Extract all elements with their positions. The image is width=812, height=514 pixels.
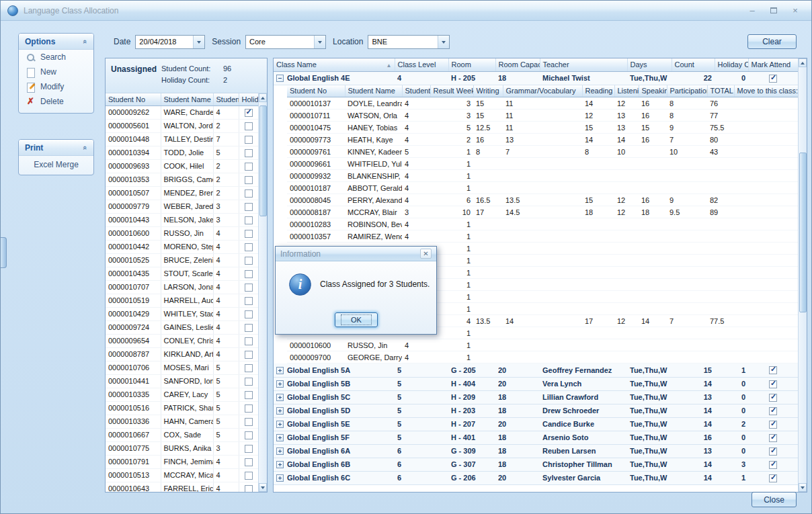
- mark-attend-checkbox[interactable]: [769, 434, 777, 442]
- expand-icon[interactable]: [276, 434, 284, 441]
- holiday-checkbox[interactable]: [245, 391, 253, 399]
- unassigned-row[interactable]: 0000010516PATRICK, Shar5: [106, 401, 258, 415]
- sidebar-collapse-handle[interactable]: [1, 237, 7, 268]
- holiday-checkbox[interactable]: [245, 109, 253, 117]
- unassigned-row[interactable]: 0000010707LARSON, Jonal4: [106, 280, 258, 294]
- holiday-checkbox[interactable]: [245, 404, 253, 413]
- holiday-checkbox[interactable]: [245, 284, 253, 292]
- column-header[interactable]: Student No: [106, 93, 161, 105]
- column-header[interactable]: Class Level: [395, 58, 448, 71]
- classes-scrollbar[interactable]: [798, 58, 807, 492]
- class-row[interactable]: Global English 6A6G - 30918Reuben Larsen…: [274, 444, 798, 458]
- unassigned-row[interactable]: 0000010442MORENO, Step4: [106, 240, 258, 253]
- unassigned-row[interactable]: 0000010519HARRELL, Audr4: [106, 294, 258, 307]
- student-row[interactable]: 0000009661WHITFIELD, Yuli41: [287, 158, 798, 170]
- column-header[interactable]: Listening: [614, 85, 639, 97]
- scroll-down-icon[interactable]: [259, 483, 267, 492]
- holiday-checkbox[interactable]: [245, 310, 253, 318]
- scrollbar-thumb[interactable]: [799, 153, 807, 312]
- column-header[interactable]: Teacher: [540, 58, 627, 71]
- unassigned-row[interactable]: 0000009693COOK, Hilel2: [106, 159, 258, 173]
- student-row[interactable]: 0000009700GEORGE, Darryl41: [287, 351, 798, 363]
- expand-icon[interactable]: [276, 447, 284, 455]
- mark-attend-checkbox[interactable]: [769, 421, 777, 429]
- expand-icon[interactable]: [276, 380, 284, 388]
- class-row[interactable]: Global English 5D5H - 20318Drew Schroede…: [274, 404, 798, 417]
- mark-attend-checkbox[interactable]: [769, 447, 777, 456]
- student-row[interactable]: 0000010711WATSON, Orla431511121316877: [287, 110, 798, 122]
- holiday-checkbox[interactable]: [245, 351, 253, 359]
- holiday-checkbox[interactable]: [245, 163, 253, 171]
- column-header[interactable]: Holiday Cour: [715, 58, 748, 71]
- sidebar-item-delete[interactable]: Delete: [19, 94, 93, 109]
- session-combobox[interactable]: Core: [245, 35, 326, 49]
- holiday-checkbox[interactable]: [245, 472, 253, 480]
- chevron-down-icon[interactable]: [438, 36, 449, 48]
- sidebar-item-excel-merge[interactable]: Excel Merge: [19, 156, 93, 173]
- mark-attend-checkbox[interactable]: [769, 366, 777, 374]
- maximize-button[interactable]: [768, 6, 779, 15]
- column-header[interactable]: Participation: [667, 85, 707, 97]
- unassigned-row[interactable]: 0000010441SANFORD, Ion.5: [106, 374, 258, 388]
- unassigned-row[interactable]: 0000010435STOUT, Scarlet4: [106, 267, 258, 280]
- date-combobox[interactable]: 20/04/2018: [135, 35, 205, 49]
- holiday-checkbox[interactable]: [245, 176, 253, 184]
- student-row[interactable]: 0000010187ABBOTT, Geraldine41: [287, 182, 798, 194]
- ok-button[interactable]: OK: [335, 312, 378, 327]
- unassigned-row[interactable]: 0000010706MOSES, Mari5: [106, 361, 258, 374]
- print-panel-header[interactable]: Print «: [19, 140, 93, 156]
- sidebar-item-modify[interactable]: Modify: [19, 79, 93, 94]
- unassigned-row[interactable]: 0000009262WARE, Charde4: [106, 105, 258, 119]
- column-header[interactable]: Reading: [582, 85, 614, 97]
- holiday-checkbox[interactable]: [245, 378, 253, 386]
- column-header[interactable]: Room Capacit: [495, 58, 540, 71]
- clear-button[interactable]: Clear: [747, 34, 797, 49]
- unassigned-scrollbar[interactable]: [258, 93, 267, 492]
- student-row[interactable]: 0000009773HEATH, Kaye421613141416780: [287, 134, 798, 146]
- unassigned-row[interactable]: 0000009779WEBER, Jared3: [106, 200, 258, 213]
- mark-attend-checkbox[interactable]: [769, 394, 777, 402]
- class-row[interactable]: Global English 5B5H - 40420Vera LynchTue…: [274, 377, 798, 390]
- holiday-checkbox[interactable]: [245, 324, 253, 332]
- scroll-up-icon[interactable]: [799, 58, 807, 67]
- class-row[interactable]: Global English 5A5G - 20520Geoffrey Fern…: [274, 363, 798, 377]
- column-header[interactable]: Writing: [473, 85, 503, 97]
- unassigned-row[interactable]: 0000005601WALTON, Jord2: [106, 119, 258, 132]
- unassigned-row[interactable]: 0000009654CONLEY, Christ4: [106, 334, 258, 347]
- collapse-icon[interactable]: [276, 75, 284, 82]
- holiday-checkbox[interactable]: [245, 418, 253, 426]
- column-header[interactable]: Days: [627, 58, 672, 71]
- holiday-checkbox[interactable]: [245, 189, 253, 198]
- collapse-chevron-icon[interactable]: «: [81, 39, 89, 43]
- holiday-checkbox[interactable]: [245, 257, 253, 265]
- location-combobox[interactable]: BNE: [368, 35, 450, 49]
- unassigned-row[interactable]: 0000010513MCCRAY, Mical4: [106, 468, 258, 482]
- holiday-checkbox[interactable]: [245, 122, 253, 130]
- mark-attend-checkbox[interactable]: [769, 474, 777, 482]
- column-header[interactable]: Room: [448, 58, 495, 71]
- student-row[interactable]: 0000009932BLANKENSHIP, Max41: [287, 170, 798, 182]
- unassigned-row[interactable]: 0000010507MENDEZ, Brend2: [106, 186, 258, 200]
- holiday-checkbox[interactable]: [245, 364, 253, 372]
- scroll-up-icon[interactable]: [259, 93, 267, 102]
- title-bar[interactable]: Language Class Allocation – ×: [1, 1, 811, 21]
- options-panel-header[interactable]: Options «: [19, 34, 93, 50]
- column-header[interactable]: Result Week: [430, 85, 473, 97]
- student-row[interactable]: 0000010357RAMIREZ, Wendy41: [287, 230, 798, 243]
- holiday-checkbox[interactable]: [245, 203, 253, 211]
- student-row[interactable]: 0000008045PERRY, Alexander4616.513.51512…: [287, 194, 798, 206]
- sidebar-item-new[interactable]: New: [19, 65, 93, 79]
- mark-attend-checkbox[interactable]: [769, 461, 777, 469]
- sidebar-item-search[interactable]: Search: [19, 50, 93, 65]
- class-row[interactable]: Global English 6C6G - 20620Sylvester Gar…: [274, 471, 798, 484]
- column-header[interactable]: Grammar/Vocabulary: [503, 85, 582, 97]
- class-row[interactable]: Global English 6B6G - 30718Christopher T…: [274, 458, 798, 471]
- column-header[interactable]: Holid: [239, 93, 258, 105]
- chevron-down-icon[interactable]: [314, 36, 325, 48]
- mark-attend-checkbox[interactable]: [769, 380, 777, 388]
- student-row[interactable]: 0000010283ROBINSON, Bevis41: [287, 218, 798, 230]
- holiday-checkbox[interactable]: [245, 431, 253, 439]
- column-header[interactable]: Speaking: [639, 85, 667, 97]
- mark-attend-checkbox[interactable]: [769, 407, 777, 415]
- expand-icon[interactable]: [276, 461, 284, 468]
